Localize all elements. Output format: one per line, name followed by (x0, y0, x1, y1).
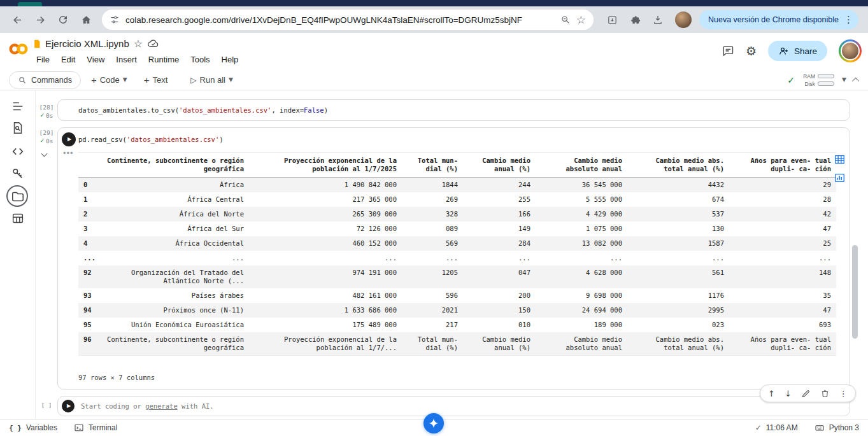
notebook-title[interactable]: Ejercicio XML.ipynb (45, 38, 129, 49)
df-cell: Años para even- tual dupli- ca- ción (729, 332, 836, 356)
delete-cell-icon[interactable] (820, 389, 830, 398)
df-cell: 35 (729, 288, 836, 303)
collapse-output-icon[interactable] (41, 151, 48, 157)
df-cell: 2 (78, 207, 101, 222)
code-token: pd.read_csv( (78, 136, 127, 143)
browser-tab[interactable] (18, 2, 42, 6)
df-cell: África Central (101, 192, 249, 207)
commands-button[interactable]: Commands (9, 71, 81, 89)
extensions-button[interactable] (624, 9, 646, 31)
more-options-icon[interactable]: ⋮ (839, 390, 848, 398)
cell1-exec-count[interactable]: [28] (36, 104, 57, 111)
find-replace-icon[interactable] (11, 121, 25, 135)
move-cell-up-icon[interactable]: ↑ (768, 390, 775, 398)
comments-button[interactable] (722, 45, 734, 57)
df-cell: Cambio medio anual (%) (463, 332, 536, 356)
menu-tools[interactable]: Tools (185, 52, 215, 67)
run-cell-button[interactable]: ▶ (62, 132, 76, 146)
code-cell-1[interactable]: datos_ambientales.to_csv('datos_ambienta… (57, 99, 850, 121)
code-token: datos_ambientales.to_csv( (78, 106, 179, 114)
df-cell: 244 (463, 178, 536, 193)
settings-gear-icon[interactable]: ⚙ (746, 45, 757, 57)
empty-code-cell[interactable]: ▶ Start coding or generate with AI. (57, 396, 850, 416)
braces-icon: { } (9, 424, 22, 432)
df-cell: 255 (463, 192, 536, 207)
files-folder-icon[interactable] (11, 190, 25, 204)
df-cell: 47 (729, 222, 836, 236)
browser-profile-avatar[interactable] (675, 11, 692, 28)
menu-edit[interactable]: Edit (55, 52, 81, 67)
colab-profile-avatar[interactable] (839, 39, 862, 62)
df-cell: Cambio medio absoluto anual (536, 332, 627, 356)
visualize-chart-icon[interactable] (834, 172, 846, 184)
reload-button[interactable] (52, 9, 74, 31)
menu-file[interactable]: File (31, 52, 55, 67)
cell-options-icon[interactable]: ••• (63, 148, 74, 158)
code-snippets-icon[interactable] (11, 144, 25, 158)
reading-list-button[interactable] (601, 9, 623, 31)
forward-button[interactable] (29, 9, 51, 31)
disk-label: Disk (802, 81, 815, 87)
star-notebook-icon[interactable]: ☆ (134, 39, 143, 49)
df-cell: Organización del Tratado del Atlántico N… (101, 265, 249, 288)
url-bar[interactable]: colab.research.google.com/drive/1XvDejDn… (102, 10, 594, 30)
add-code-button[interactable]: + Code ▼ (85, 71, 134, 89)
gemini-spark-button[interactable] (423, 413, 444, 433)
bookmark-star-icon[interactable]: ☆ (576, 15, 586, 25)
menu-view[interactable]: View (81, 52, 110, 67)
add-text-button[interactable]: + Text (138, 71, 174, 89)
cloud-saved-icon[interactable] (147, 38, 159, 50)
collapse-toolbar-icon[interactable] (852, 77, 859, 84)
df-cell: 217 (402, 318, 463, 332)
run-all-button[interactable]: ▷ Run all ▼ (184, 71, 239, 89)
df-cell: Próximos once (N-11) (101, 303, 249, 318)
cell2-exec-count[interactable]: [29] (36, 129, 57, 136)
terminal-button[interactable]: Terminal (74, 423, 117, 433)
connected-check-icon: ✓ (787, 76, 795, 85)
df-cell: 217 365 000 (249, 192, 402, 207)
run-cell-button[interactable]: ▶ (62, 400, 75, 412)
df-cell: África Occidental (101, 236, 249, 251)
menu-insert[interactable]: Insert (110, 52, 143, 67)
extensions-icon (630, 15, 641, 25)
df-column-header: Cambio medio anual (%) (463, 153, 536, 178)
browser-menu-icon[interactable]: ⋮ (844, 15, 853, 25)
colab-logo[interactable] (8, 42, 29, 56)
table-of-contents-icon[interactable] (11, 99, 25, 113)
interactive-table-icon[interactable] (834, 153, 846, 165)
resources-dropdown-icon[interactable]: ▼ (842, 77, 846, 83)
downloads-button[interactable] (647, 9, 669, 31)
df-cell: 010 (463, 318, 536, 332)
site-info-icon[interactable] (110, 15, 120, 25)
edit-cell-icon[interactable] (801, 389, 811, 398)
chrome-update-button[interactable]: Nueva versión de Chrome disponible ⋮ (699, 10, 858, 29)
df-cell: 674 (627, 192, 729, 207)
data-table-icon[interactable] (11, 211, 25, 225)
menu-help[interactable]: Help (216, 52, 245, 67)
secrets-key-icon[interactable] (11, 166, 25, 180)
df-cell: 4 (78, 236, 101, 251)
variables-button[interactable]: { } Variables (9, 423, 57, 432)
dataframe-table: Continente, subcontinente o región geogr… (78, 152, 836, 356)
df-cell: 47 (729, 303, 836, 318)
code-line[interactable]: pd.read_csv('datos_ambientales.csv') (78, 134, 224, 144)
scrollbar-thumb[interactable] (852, 245, 858, 339)
zoom-icon[interactable] (560, 15, 571, 25)
generate-link[interactable]: generate (145, 402, 178, 410)
code-cell-2[interactable]: ▶ pd.read_csv('datos_ambientales.csv') •… (57, 127, 850, 390)
back-button[interactable] (6, 9, 28, 31)
df-cell: 29 (729, 178, 836, 193)
empty-cell-placeholder[interactable]: Start coding or generate with AI. (81, 402, 214, 410)
df-cell: 3 (78, 222, 101, 236)
menu-runtime[interactable]: Runtime (143, 52, 185, 67)
resource-monitor[interactable]: RAM Disk (802, 73, 834, 87)
back-icon (11, 14, 24, 26)
share-button[interactable]: Share (768, 41, 827, 61)
kernel-selector[interactable]: Python 3 (815, 423, 859, 433)
code-line[interactable]: datos_ambientales.to_csv('datos_ambienta… (78, 105, 328, 115)
move-cell-down-icon[interactable]: ↓ (785, 390, 792, 398)
check-icon: ✓ (755, 424, 762, 432)
df-cell: 92 (78, 265, 101, 288)
home-button[interactable] (75, 9, 97, 31)
empty-cell-exec-count[interactable]: [ ] (36, 402, 57, 409)
